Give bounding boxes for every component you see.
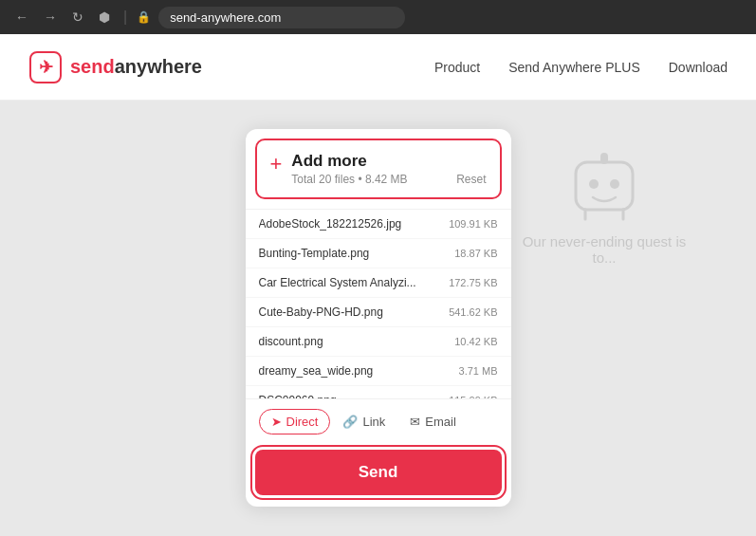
file-item: Car Electrical System Analyzi... 172.75 … [246, 268, 511, 298]
file-list: AdobeStock_182212526.jpg 109.91 KB Bunti… [246, 209, 511, 398]
tab-email[interactable]: ✉ Email [397, 409, 469, 434]
file-item: Cute-Baby-PNG-HD.png 541.62 KB [246, 298, 511, 327]
refresh-button[interactable]: ↻ [68, 8, 87, 27]
forward-button[interactable]: → [40, 8, 61, 27]
svg-point-4 [589, 179, 599, 189]
file-item: dreamy_sea_wide.png 3.71 MB [246, 357, 511, 386]
svg-rect-6 [600, 153, 608, 164]
logo[interactable]: ✈ sendanywhere [28, 50, 202, 84]
file-name: discount.png [259, 335, 430, 348]
main-content: + Add more Total 20 files • 8.42 MB Rese… [0, 101, 756, 535]
divider: | [123, 9, 127, 26]
logo-anywhere: anywhere [115, 56, 202, 77]
url-bar[interactable] [158, 7, 405, 28]
file-name: DSC09969.png [259, 394, 430, 398]
svg-rect-3 [576, 162, 633, 210]
logo-send: send [70, 56, 115, 77]
nav: Product Send Anywhere PLUS Download [434, 60, 728, 75]
file-name: dreamy_sea_wide.png [259, 364, 430, 378]
header: ✈ sendanywhere Product Send Anywhere PLU… [0, 34, 756, 101]
chatbot-icon [566, 148, 642, 224]
nav-product[interactable]: Product [434, 60, 480, 75]
lock-icon: 🔒 [137, 10, 151, 24]
tagline: Our never-ending quest is to... [509, 233, 699, 266]
file-item: discount.png 10.42 KB [246, 327, 511, 357]
file-name: Bunting-Template.png [259, 247, 430, 260]
tab-link[interactable]: 🔗 Link [330, 409, 397, 434]
add-more-title: Add more [291, 152, 447, 171]
logo-icon: ✈ [28, 50, 63, 84]
svg-point-5 [610, 179, 619, 189]
add-more-text-group: Add more Total 20 files • 8.42 MB [291, 152, 447, 186]
file-size: 115.09 KB [449, 395, 497, 398]
file-name: Cute-Baby-PNG-HD.png [259, 305, 430, 319]
link-icon: 🔗 [342, 415, 358, 429]
file-size: 18.87 KB [454, 248, 497, 259]
logo-text: sendanywhere [70, 56, 202, 78]
file-size: 10.42 KB [454, 336, 497, 347]
file-item: Bunting-Template.png 18.87 KB [246, 239, 511, 268]
tab-direct[interactable]: ➤ Direct [259, 409, 331, 434]
tab-link-label: Link [362, 415, 385, 429]
file-item: AdobeStock_182212526.jpg 109.91 KB [246, 210, 511, 239]
grid-button[interactable]: ⬢ [95, 8, 114, 27]
file-name: Car Electrical System Analyzi... [259, 276, 430, 289]
tab-email-label: Email [425, 415, 456, 429]
nav-download[interactable]: Download [669, 60, 728, 75]
add-more-icon: + [270, 154, 283, 175]
send-button[interactable]: Send [255, 450, 502, 495]
direct-icon: ➤ [271, 415, 282, 429]
transfer-tabs: ➤ Direct 🔗 Link ✉ Email [246, 398, 511, 442]
tab-direct-label: Direct [286, 415, 319, 429]
back-button[interactable]: ← [11, 8, 32, 27]
upload-panel: + Add more Total 20 files • 8.42 MB Rese… [246, 129, 511, 507]
email-icon: ✉ [410, 415, 420, 429]
file-size: 109.91 KB [449, 218, 497, 230]
file-size: 3.71 MB [459, 365, 498, 377]
add-more-info: Total 20 files • 8.42 MB [291, 173, 447, 186]
file-size: 172.75 KB [449, 277, 497, 288]
file-size: 541.62 KB [449, 306, 497, 318]
page: ✈ sendanywhere Product Send Anywhere PLU… [0, 34, 756, 536]
add-more-section[interactable]: + Add more Total 20 files • 8.42 MB Rese… [255, 139, 502, 199]
nav-plus[interactable]: Send Anywhere PLUS [508, 60, 640, 75]
send-btn-wrapper: Send [246, 442, 511, 507]
right-decorative-area: Our never-ending quest is to... [509, 148, 699, 266]
reset-button[interactable]: Reset [456, 173, 486, 186]
browser-chrome: ← → ↻ ⬢ | 🔒 [0, 0, 756, 34]
file-item: DSC09969.png 115.09 KB [246, 386, 511, 398]
file-name: AdobeStock_182212526.jpg [259, 217, 430, 231]
svg-text:✈: ✈ [39, 58, 53, 77]
